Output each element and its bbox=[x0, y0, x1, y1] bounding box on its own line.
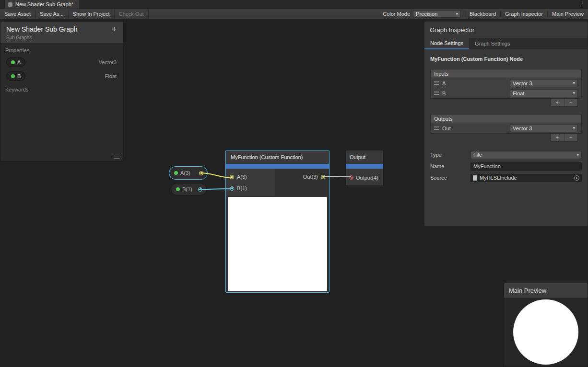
preview-sphere bbox=[513, 299, 578, 365]
window-tab-bar: New Shader Sub Graph* ⋮ bbox=[0, 0, 588, 9]
property-a-type: Vector3 bbox=[99, 59, 117, 65]
input-port-b-label: B(1) bbox=[237, 185, 247, 191]
input-port-a[interactable] bbox=[230, 175, 234, 179]
blackboard-toggle-button[interactable]: Blackboard bbox=[465, 11, 500, 17]
input-b-name: B bbox=[442, 91, 446, 96]
property-a-name: A bbox=[17, 59, 21, 65]
shader-graph-asset-icon bbox=[8, 2, 13, 7]
drag-handle-icon[interactable] bbox=[434, 92, 439, 95]
input-a-name: A bbox=[442, 80, 446, 86]
inputs-row-b[interactable]: B Float ▾ bbox=[431, 88, 581, 98]
caret-down-icon: ▾ bbox=[576, 153, 579, 157]
outputs-list: Outputs Out Vector 3 ▾ bbox=[430, 114, 582, 134]
blackboard-subtitle: Sub Graphs bbox=[6, 35, 118, 40]
input-port-row-b: B(1) bbox=[226, 183, 275, 194]
output-out-type-value: Vector 3 bbox=[513, 126, 532, 131]
graph-inspector-panel: Graph Inspector Node Settings Graph Sett… bbox=[424, 21, 588, 227]
exposed-dot-icon bbox=[174, 171, 178, 175]
outputs-list-header: Outputs bbox=[431, 115, 581, 123]
main-preview-body bbox=[504, 298, 588, 367]
inputs-list-footer: + − bbox=[424, 99, 578, 107]
show-in-project-button[interactable]: Show In Project bbox=[69, 9, 115, 19]
main-preview-title[interactable]: Main Preview bbox=[504, 283, 588, 298]
source-value: MyHLSLInclude bbox=[480, 175, 517, 181]
input-port-b[interactable] bbox=[230, 186, 234, 191]
property-node-b-label: B(1) bbox=[182, 186, 192, 192]
input-port-a-label: A(3) bbox=[237, 174, 247, 180]
check-out-button[interactable]: Check Out bbox=[115, 9, 149, 19]
myfunction-node[interactable]: MyFunction (Custom Function) A(3) B(1) O… bbox=[225, 150, 329, 293]
source-label: Source bbox=[430, 175, 470, 181]
exposed-dot-icon bbox=[176, 187, 180, 191]
blackboard-title: New Shader Sub Graph bbox=[6, 25, 78, 33]
blackboard-header[interactable]: New Shader Sub Graph + Sub Graphs bbox=[0, 22, 123, 44]
keywords-section-label: Keywords bbox=[0, 83, 123, 94]
type-label: Type bbox=[430, 152, 470, 158]
remove-output-button[interactable]: − bbox=[564, 134, 578, 141]
tab-node-settings[interactable]: Node Settings bbox=[424, 38, 469, 49]
outputs-row-out[interactable]: Out Vector 3 ▾ bbox=[431, 123, 581, 133]
output-node-title[interactable]: Output bbox=[346, 150, 383, 164]
node-settings-heading: MyFunction (Custom Function) Node bbox=[424, 49, 588, 62]
type-value: File bbox=[473, 152, 482, 158]
caret-down-icon: ▾ bbox=[573, 91, 575, 95]
save-as-button[interactable]: Save As... bbox=[35, 9, 69, 19]
property-node-a-label: A(3) bbox=[180, 170, 190, 176]
node-accent-bar bbox=[346, 164, 383, 169]
output-out-name: Out bbox=[442, 126, 451, 131]
blackboard-property-row-b[interactable]: B Float bbox=[0, 69, 123, 83]
inputs-list: Inputs A Vector 3 ▾ B Float ▾ bbox=[430, 69, 582, 99]
add-property-button[interactable]: + bbox=[110, 25, 118, 34]
output-node-input-port[interactable] bbox=[349, 175, 353, 180]
input-ports-column: A(3) B(1) bbox=[226, 169, 275, 196]
wire-out-to-output[interactable] bbox=[323, 176, 351, 177]
main-preview-toggle-button[interactable]: Main Preview bbox=[547, 11, 588, 17]
caret-down-icon: ▾ bbox=[573, 81, 575, 85]
blackboard-property-row-a[interactable]: A Vector3 bbox=[0, 55, 123, 69]
blackboard-panel: New Shader Sub Graph + Sub Graphs Proper… bbox=[0, 21, 124, 161]
node-accent-bar bbox=[226, 164, 329, 169]
color-mode-label: Color Mode bbox=[380, 11, 413, 17]
add-output-button[interactable]: + bbox=[551, 134, 564, 141]
hlsl-file-icon bbox=[473, 175, 477, 181]
property-b-type: Float bbox=[105, 73, 117, 79]
exposed-dot-icon bbox=[11, 74, 15, 78]
input-b-type-dropdown[interactable]: Float ▾ bbox=[510, 89, 578, 97]
remove-input-button[interactable]: − bbox=[564, 99, 578, 106]
output-node[interactable]: Output Output(4) bbox=[345, 150, 384, 186]
myfunction-node-title[interactable]: MyFunction (Custom Function) bbox=[226, 150, 329, 164]
output-out-type-dropdown[interactable]: Vector 3 ▾ bbox=[510, 124, 578, 132]
source-object-field[interactable]: MyHLSLInclude bbox=[470, 174, 582, 182]
property-pill-a[interactable]: A bbox=[6, 57, 25, 67]
graph-window-tab[interactable]: New Shader Sub Graph* bbox=[5, 0, 79, 9]
overflow-menu-icon[interactable]: ⋮ bbox=[579, 0, 585, 7]
type-dropdown[interactable]: File ▾ bbox=[470, 151, 582, 159]
input-port-row-a: A(3) bbox=[226, 171, 275, 183]
toolbar: Save Asset Save As... Show In Project Ch… bbox=[0, 9, 588, 19]
property-b-name: B bbox=[17, 73, 21, 79]
color-mode-dropdown[interactable]: Precision ▾ bbox=[413, 10, 461, 18]
graph-inspector-title[interactable]: Graph Inspector bbox=[424, 22, 588, 38]
caret-down-icon: ▾ bbox=[573, 126, 575, 130]
node-preview-area bbox=[228, 197, 327, 291]
drag-handle-icon[interactable] bbox=[434, 126, 439, 130]
output-ports-column: Out(3) bbox=[275, 169, 329, 196]
tab-graph-settings[interactable]: Graph Settings bbox=[469, 38, 516, 49]
name-input[interactable] bbox=[470, 162, 582, 171]
toolbar-right-group: Color Mode Precision ▾ Blackboard Graph … bbox=[380, 9, 588, 19]
property-pill-b[interactable]: B bbox=[6, 71, 25, 81]
save-asset-button[interactable]: Save Asset bbox=[0, 9, 35, 19]
graph-inspector-toggle-button[interactable]: Graph Inspector bbox=[500, 11, 547, 17]
name-label: Name bbox=[430, 163, 470, 169]
add-input-button[interactable]: + bbox=[551, 99, 564, 106]
output-node-port-label: Output(4) bbox=[356, 175, 378, 181]
color-mode-value: Precision bbox=[416, 11, 437, 17]
wire-b-to-myfunction[interactable] bbox=[199, 189, 232, 189]
drag-handle-icon[interactable] bbox=[434, 81, 439, 85]
object-picker-icon[interactable] bbox=[574, 175, 579, 181]
output-node-port-row: Output(4) bbox=[346, 169, 383, 186]
input-a-type-dropdown[interactable]: Vector 3 ▾ bbox=[510, 79, 578, 87]
properties-section-label: Properties bbox=[0, 44, 123, 55]
resize-handle-icon[interactable] bbox=[114, 156, 119, 159]
inputs-row-a[interactable]: A Vector 3 ▾ bbox=[431, 78, 581, 88]
